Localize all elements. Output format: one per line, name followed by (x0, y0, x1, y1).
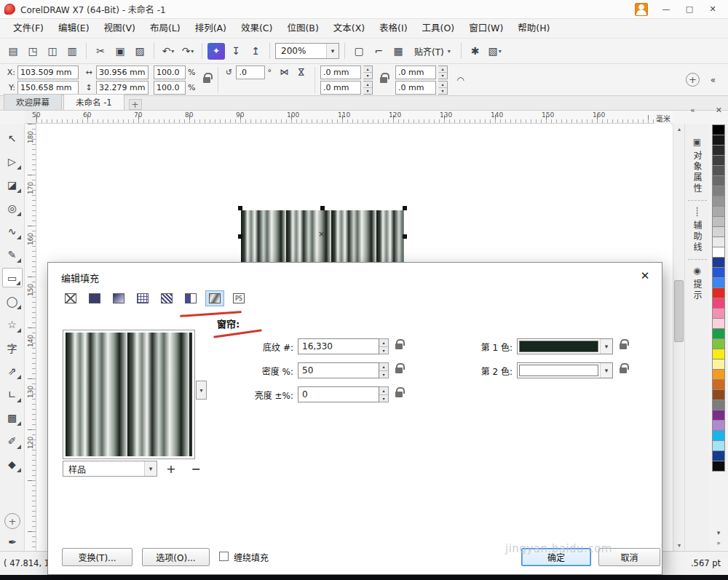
collapse-property-bar-button[interactable]: « (705, 73, 721, 87)
new-document-button[interactable]: ▤ (4, 42, 22, 60)
density-field[interactable]: 50 (298, 362, 379, 378)
ok-button[interactable]: 确定 (521, 548, 591, 566)
corner-lock-button[interactable] (378, 65, 390, 95)
chevron-down-icon[interactable] (600, 339, 612, 354)
chevron-down-icon[interactable] (326, 44, 339, 58)
menu-effects[interactable]: 效果(C) (234, 19, 280, 38)
brightness-field[interactable]: 0 (298, 386, 379, 402)
tab-welcome-screen[interactable]: 欢迎屏幕 (4, 94, 62, 110)
menu-bitmaps[interactable]: 位图(B) (280, 19, 325, 38)
search-content-button[interactable]: ✦ (207, 43, 225, 60)
fountain-fill-button[interactable] (109, 290, 128, 306)
add-property-button[interactable]: + (686, 73, 700, 87)
spinner[interactable] (438, 81, 448, 95)
copy-button[interactable]: ▣ (111, 42, 129, 60)
palette-color-6[interactable] (712, 186, 725, 196)
artistic-media-tool[interactable]: ✎ (2, 245, 23, 264)
text-tool[interactable]: 字 (2, 338, 23, 357)
spinner[interactable] (363, 81, 373, 95)
menu-tools[interactable]: 工具(O) (415, 19, 462, 38)
mirror-horizontal-button[interactable]: ⋈ (277, 65, 292, 79)
palette-color-4[interactable] (712, 165, 725, 176)
zoom-tool[interactable]: ◎ (2, 198, 23, 218)
uniform-fill-button[interactable] (85, 290, 104, 306)
dialog-close-button[interactable]: ✕ (636, 269, 654, 283)
outline-pen-indicator-button[interactable]: ✒ (2, 532, 23, 552)
palette-color-25[interactable] (712, 379, 725, 390)
add-texture-button[interactable]: + (163, 461, 179, 476)
scale-y-field[interactable]: 100.0 (154, 81, 186, 95)
postscript-fill-button[interactable]: PS (229, 290, 248, 306)
options-button[interactable]: 选项(O)... (142, 548, 210, 566)
texture-preview[interactable] (63, 330, 195, 459)
print-document-button[interactable]: ▥ (63, 42, 81, 60)
docker-tab-hints[interactable]: ◉提示 (688, 259, 707, 307)
menu-help[interactable]: 帮助(H) (510, 19, 557, 38)
corner-style-button[interactable]: ◠ (453, 73, 468, 87)
menu-table[interactable]: 表格(I) (372, 19, 414, 38)
object-width-field[interactable]: 30.956 mm (96, 65, 149, 79)
docker-close-icon[interactable]: ✕ (716, 106, 722, 115)
parallel-dimension-tool[interactable]: ⇗ (2, 361, 23, 381)
texture-picker-dropdown[interactable] (196, 381, 207, 400)
palette-color-11[interactable] (712, 237, 725, 247)
paste-button[interactable]: ▨ (131, 42, 149, 60)
palette-color-12[interactable] (712, 247, 725, 258)
freehand-tool[interactable]: ∿ (2, 221, 23, 241)
object-height-field[interactable]: 32.279 mm (96, 81, 149, 95)
palette-color-5[interactable] (712, 175, 725, 186)
lock-color1-button[interactable] (617, 339, 629, 354)
scale-x-field[interactable]: 100.0 (154, 65, 186, 79)
wrap-fill-checkbox[interactable] (219, 552, 229, 561)
palette-color-9[interactable] (712, 216, 725, 227)
color1-dropdown[interactable] (517, 338, 613, 354)
docker-collapse-icon[interactable]: « (690, 106, 695, 115)
color-eyedropper-tool[interactable]: ✐ (2, 431, 23, 450)
spinner[interactable] (379, 338, 389, 354)
scroll-up-button[interactable] (673, 124, 685, 135)
selection-handle[interactable] (403, 206, 407, 210)
palette-color-17[interactable] (712, 298, 725, 309)
rotation-angle-field[interactable]: .0 (236, 65, 265, 79)
palette-color-10[interactable] (712, 226, 725, 237)
texture-number-field[interactable]: 16,330 (298, 338, 379, 354)
palette-color-26[interactable] (712, 389, 725, 400)
docker-tab-object-properties[interactable]: ▣对象属性 (691, 131, 703, 200)
options-button[interactable]: ✱ (467, 42, 484, 60)
menu-text[interactable]: 文本(X) (326, 19, 372, 38)
scrollbar-thumb[interactable] (674, 280, 684, 342)
chevron-down-icon[interactable] (144, 461, 157, 476)
palette-color-2[interactable] (712, 145, 725, 156)
rectangle-tool[interactable]: ▭ (2, 268, 23, 287)
docker-tab-guidelines[interactable]: ┊辅助线 (688, 200, 707, 259)
selection-handle[interactable] (320, 206, 325, 210)
palette-color-19[interactable] (712, 318, 725, 329)
color2-dropdown[interactable] (517, 362, 613, 378)
open-document-button[interactable]: ◳ (24, 42, 41, 60)
x-position-field[interactable]: 103.509 mm (17, 65, 79, 79)
vertical-ruler[interactable]: 180170160150140130120 (25, 124, 36, 551)
snap-to-dropdown[interactable]: 贴齐(T) (409, 43, 456, 59)
mirror-vertical-button[interactable]: ⋈ (294, 65, 309, 79)
spinner[interactable] (438, 65, 448, 79)
palette-color-14[interactable] (712, 267, 725, 278)
palette-color-33[interactable] (712, 461, 725, 472)
vertical-scrollbar[interactable] (673, 124, 684, 551)
palette-color-16[interactable] (712, 287, 725, 298)
palette-color-24[interactable] (712, 369, 725, 380)
corner-radius-bl-field[interactable]: .0 mm (320, 81, 361, 95)
selection-handle[interactable] (238, 234, 242, 239)
menu-file[interactable]: 文件(F) (6, 19, 51, 38)
y-position-field[interactable]: 150.658 mm (17, 81, 79, 95)
palette-color-7[interactable] (712, 196, 725, 207)
palette-color-0[interactable] (712, 124, 725, 135)
texture-library-dropdown[interactable]: 样品 (63, 461, 157, 477)
palette-color-31[interactable] (712, 440, 725, 451)
horizontal-ruler[interactable]: 毫米 5060708090100110120130140150160 (36, 111, 673, 124)
pick-tool[interactable]: ↖ (2, 128, 23, 148)
full-screen-preview-button[interactable]: ▢ (350, 42, 368, 60)
palette-color-27[interactable] (712, 400, 725, 410)
palette-color-15[interactable] (712, 277, 725, 288)
palette-color-30[interactable] (712, 430, 725, 441)
palette-color-29[interactable] (712, 420, 725, 431)
